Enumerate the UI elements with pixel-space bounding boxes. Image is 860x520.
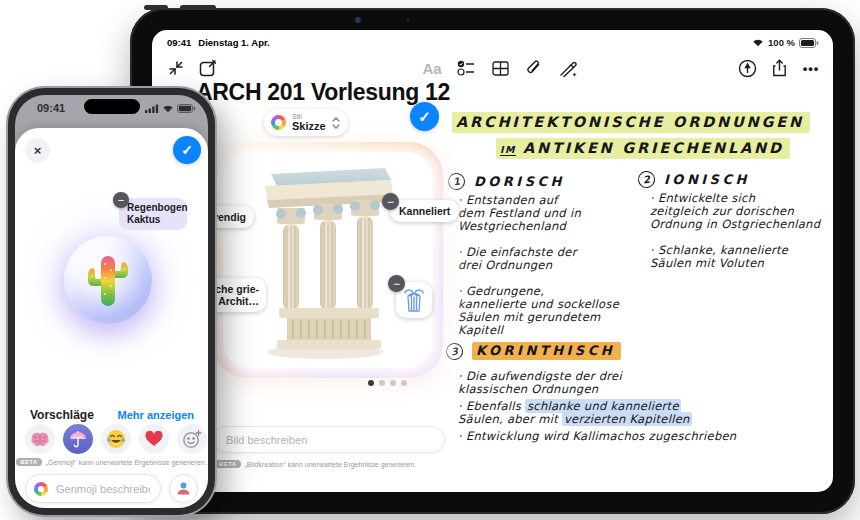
text-format-button[interactable]: Aa [420, 56, 444, 80]
ipad-status-bar-right: 100 % [752, 37, 819, 48]
laughing-emoji[interactable] [101, 424, 131, 454]
note-line: · Entwicklung wird Kallimachos zugeschri… [458, 430, 736, 443]
circled-number: 3 [445, 341, 464, 360]
note-line: Ordnung in Ostgriechenland [650, 218, 820, 231]
chevron-up-down-icon [332, 117, 340, 129]
iphone-device: 09:41 × ✓ − Regenbogen Kaktus [8, 88, 215, 515]
show-more-link[interactable]: Mehr anzeigen [118, 409, 194, 421]
rainbow-cactus-genmoji [85, 252, 131, 308]
ipad-device: 09:41Dienstag 1. Apr. 100 % Aa [130, 8, 855, 514]
genmoji-input-bar[interactable] [25, 474, 161, 503]
section-title: DORISCH [474, 174, 565, 189]
close-button[interactable]: × [25, 138, 50, 163]
marketing-scene: 09:41Dienstag 1. Apr. 100 % Aa [0, 0, 860, 520]
highlighted-text: ANTIKEN GRIECHENLAND [523, 140, 784, 156]
battery-icon [177, 104, 196, 113]
compose-icon[interactable] [196, 56, 220, 80]
paperclip-icon[interactable] [522, 56, 546, 80]
highlighted-text: ARCHITEKTONISCHE ORDNUNGEN [452, 112, 810, 133]
notes-app-screen: 09:41Dienstag 1. Apr. 100 % Aa [152, 30, 833, 492]
note-text: Säulen, aber mit [458, 412, 562, 426]
iphone-status-icons [145, 104, 196, 113]
image-playground-icon [271, 115, 286, 130]
style-value: Skizze [292, 121, 326, 132]
column-sketch-icon [402, 287, 426, 313]
accept-image-button[interactable]: ✓ [410, 102, 439, 131]
status-time: 09:41 [37, 102, 65, 114]
add-emoji[interactable] [177, 424, 207, 454]
generated-column-image [223, 152, 433, 368]
ipad-camera [355, 17, 361, 23]
beta-text: „Genmoji“ kann unerwartete Ergebnisse ge… [46, 459, 207, 466]
brain-emoji[interactable] [25, 424, 55, 454]
more-icon[interactable]: ••• [799, 56, 823, 80]
describe-image-input[interactable] [213, 426, 445, 453]
ipad-status-bar-left: 09:41Dienstag 1. Apr. [167, 37, 270, 48]
note-line: Kapitell [458, 324, 619, 337]
note-title: ARCH 201 Vorlesung 12 [196, 79, 450, 106]
accept-genmoji-button[interactable]: ✓ [173, 136, 201, 164]
remove-chip-button[interactable]: − [388, 275, 405, 292]
handwritten-title-line1: ARCHITEKTONISCHE ORDNUNGEN [452, 114, 810, 130]
wifi-icon [162, 104, 174, 113]
highlighted-text: schlanke und kannelierte [525, 399, 681, 413]
collapse-icon[interactable] [164, 56, 188, 80]
im-abbrev: IM [500, 144, 516, 156]
section-korinthisch-heading: 3 KORINTHISCH [446, 342, 621, 360]
dynamic-island [84, 99, 140, 114]
iphone-beta-disclaimer: BETA „Genmoji“ kann unerwartete Ergebnis… [15, 458, 208, 466]
wifi-icon [752, 38, 764, 47]
heart-emoji[interactable] [139, 424, 169, 454]
genmoji-preview-bubble[interactable] [64, 236, 152, 324]
section-korinthisch-notes: · Die aufwendigste der drei klassischen … [458, 370, 736, 443]
ipad-volume-button [144, 5, 168, 10]
status-date: Dienstag 1. Apr. [198, 37, 269, 48]
chip-label: vendig [212, 211, 246, 223]
describe-genmoji-input[interactable] [54, 482, 152, 496]
chip-label: Kanneliert [399, 205, 450, 217]
iphone-screen: 09:41 × ✓ − Regenbogen Kaktus [15, 95, 208, 508]
prompt-chip-kanneliert[interactable]: Kanneliert [390, 200, 459, 222]
cellular-icon [145, 104, 159, 113]
umbrella-genmoji[interactable] [63, 424, 93, 454]
scribble-pen-icon[interactable] [556, 56, 580, 80]
note-line: Säulen, aber mit verzierten Kapitellen [458, 413, 736, 426]
beta-badge: BETA [215, 460, 241, 468]
note-line: drei Ordnungen [458, 259, 619, 272]
section-dorisch-notes: · Entstanden aufdem Festland und inWestg… [458, 194, 619, 337]
emoji-suggestions [25, 424, 207, 454]
status-time: 09:41 [167, 37, 191, 48]
more-label: ••• [803, 61, 820, 76]
remove-chip-button[interactable]: − [382, 193, 399, 210]
handwritten-title-line2: IMANTIKEN GRIECHENLAND [496, 140, 790, 156]
share-icon[interactable] [767, 56, 791, 80]
image-pagination-dots[interactable] [368, 380, 407, 386]
chip-label: Regenbogen [127, 202, 179, 214]
remove-chip-button[interactable]: − [113, 192, 129, 208]
section-ionisch-heading: 2 IONISCH [638, 171, 750, 188]
beta-text: „Bildkreation“ kann unerwartete Ergebnis… [245, 461, 417, 468]
section-title: KORINTHISCH [472, 342, 621, 360]
genmoji-prompt-chip[interactable]: Regenbogen Kaktus [119, 198, 187, 230]
ipad-volume-button [180, 5, 216, 10]
note-line: klassischen Ordnungen [458, 383, 736, 396]
generated-image-card[interactable] [213, 142, 443, 378]
style-picker[interactable]: Stil Skizze [264, 109, 348, 136]
table-icon[interactable] [488, 56, 512, 80]
ipad-beta-disclaimer: BETA „Bildkreation“ kann unerwartete Erg… [215, 460, 416, 468]
checklist-icon[interactable] [454, 56, 478, 80]
section-dorisch-heading: 1 DORISCH [448, 173, 565, 190]
suggestions-label: Vorschläge [30, 408, 94, 422]
person-genmoji-button[interactable] [169, 474, 198, 503]
chip-label: Kaktus [127, 214, 179, 226]
battery-percent: 100 % [768, 37, 795, 48]
beta-badge: BETA [16, 458, 42, 466]
circled-number: 1 [447, 172, 466, 191]
image-playground-icon [34, 482, 48, 496]
ipad-sensor [406, 18, 410, 22]
note-text: · Ebenfalls [458, 399, 525, 413]
section-title: IONISCH [664, 172, 750, 187]
style-label: Stil [292, 113, 326, 120]
markup-icon[interactable] [735, 56, 759, 80]
aa-label: Aa [422, 60, 441, 77]
